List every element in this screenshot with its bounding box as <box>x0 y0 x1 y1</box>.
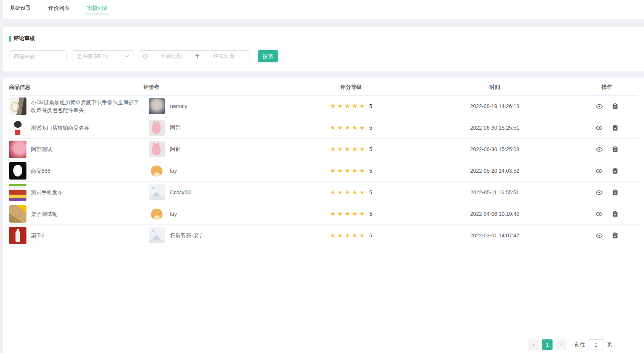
review-time: 2022-06-30 15:25:51 <box>413 125 576 131</box>
rating-value: 5 <box>369 189 372 195</box>
eye-icon <box>596 167 603 175</box>
section-title-text: 评论审核 <box>14 35 35 42</box>
date-end-placeholder[interactable]: 结束日期 <box>203 53 246 60</box>
header-action: 操作 <box>576 84 638 91</box>
next-page-button[interactable]: › <box>556 339 566 350</box>
rating-cell: ★★★★★ 5 <box>289 146 413 152</box>
reviewer-avatar <box>149 163 165 179</box>
audit-review-button[interactable] <box>612 189 618 196</box>
audit-review-button[interactable] <box>612 124 618 131</box>
audit-review-button[interactable] <box>612 146 618 153</box>
rating-stars: ★★★★★ <box>330 168 367 174</box>
tab-review-list[interactable]: 评价列表 <box>48 5 70 14</box>
time-search-select[interactable]: 是否搜索时间 <box>72 50 133 62</box>
reviewer-cell: namely <box>144 98 289 114</box>
table-row: 栗子2 售后客服-栗子 ★★★★★ 5 2022-03-01 14:07:47 <box>9 225 638 246</box>
product-title-input[interactable] <box>9 50 67 62</box>
table-row: 栗子测试呢 lay ★★★★★ 5 2022-04-06 10:10:40 <box>9 203 638 225</box>
reviewer-name: lay <box>170 168 177 174</box>
tab-bar: 基础设置 评价列表 审核列表 <box>9 0 638 14</box>
table-row: 阿部测试 阿部 ★★★★★ 5 2022-06-30 15:25:08 <box>9 139 638 160</box>
time-search-select-placeholder: 是否搜索时间 <box>77 53 108 60</box>
reviewer-cell: 售后客服-栗子 <box>144 228 289 243</box>
goto-page-input[interactable] <box>588 339 604 350</box>
rating-value: 5 <box>369 103 372 109</box>
reviewer-cell: Ccccyl00 <box>144 184 289 200</box>
review-time: 2022-05-11 16:55:51 <box>413 189 576 195</box>
product-image <box>9 205 26 223</box>
reviewer-cell: 阿部 <box>144 120 289 136</box>
title-accent-bar <box>9 36 11 42</box>
table-body: 小CK链条加粗加宽单肩腋下包手提包金属链子改造替换包包配件单买 namely ★… <box>9 96 638 246</box>
table-row: 测试多门店核销商品名称 阿部 ★★★★★ 5 2022-06-30 15:25:… <box>9 117 638 139</box>
pagination: ‹ 1 › 前往 页 <box>528 339 612 350</box>
audit-review-button[interactable] <box>612 232 618 239</box>
view-review-button[interactable] <box>596 103 603 110</box>
header-product-info: 商品信息 <box>9 84 144 91</box>
product-cell: 阿部测试 <box>9 141 144 158</box>
rating-cell: ★★★★★ 5 <box>289 232 413 238</box>
review-time: 2022-04-06 10:10:40 <box>413 211 576 217</box>
product-title: 阿部测试 <box>31 146 52 153</box>
reviewer-avatar <box>149 98 165 114</box>
product-title: 测试手机发布 <box>31 189 63 196</box>
action-cell <box>576 103 638 110</box>
product-image <box>9 98 26 115</box>
rating-cell: ★★★★★ 5 <box>289 189 413 195</box>
view-review-button[interactable] <box>596 146 603 153</box>
view-review-button[interactable] <box>596 211 603 218</box>
view-review-button[interactable] <box>596 124 603 132</box>
eye-icon <box>596 211 603 218</box>
table-row: 测试手机发布 Ccccyl00 ★★★★★ 5 2022-05-11 16:55… <box>9 182 638 203</box>
table-row: 小CK链条加粗加宽单肩腋下包手提包金属链子改造替换包包配件单买 namely ★… <box>9 96 638 117</box>
rating-stars: ★★★★★ <box>330 146 367 152</box>
clipboard-check-icon <box>612 232 618 239</box>
rating-stars: ★★★★★ <box>330 103 367 109</box>
product-image <box>9 184 26 201</box>
rating-cell: ★★★★★ 5 <box>289 125 413 131</box>
action-cell <box>576 167 638 175</box>
audit-review-button[interactable] <box>612 103 618 110</box>
page-number-button[interactable]: 1 <box>542 339 553 350</box>
header-reviewer: 评价者 <box>144 84 289 91</box>
section-title: 评论审核 <box>9 35 638 42</box>
audit-review-button[interactable] <box>612 211 618 217</box>
product-title: 测试多门店核销商品名称 <box>31 124 89 132</box>
audit-review-button[interactable] <box>612 167 618 174</box>
eye-icon <box>596 189 603 196</box>
product-title: 小CK链条加粗加宽单肩腋下包手提包金属链子改造替换包包配件单买 <box>31 99 144 114</box>
product-cell: 小CK链条加粗加宽单肩腋下包手提包金属链子改造替换包包配件单买 <box>9 98 144 115</box>
view-review-button[interactable] <box>596 189 603 196</box>
product-cell: 栗子测试呢 <box>9 205 144 223</box>
action-cell <box>576 211 638 218</box>
rating-stars: ★★★★★ <box>330 211 367 217</box>
search-button[interactable]: 搜索 <box>258 50 278 62</box>
rating-value: 5 <box>369 125 372 131</box>
rating-value: 5 <box>369 232 372 238</box>
page-unit-label: 页 <box>607 341 612 348</box>
date-start-placeholder[interactable]: 开始日期 <box>150 53 193 60</box>
view-review-button[interactable] <box>596 167 603 175</box>
action-cell <box>576 232 638 239</box>
date-range-picker[interactable]: 开始日期 至 结束日期 <box>139 50 249 62</box>
prev-page-button[interactable]: ‹ <box>528 339 539 350</box>
product-title: 栗子2 <box>31 232 45 239</box>
table-header: 商品信息 评价者 评分等级 时间 操作 <box>9 79 638 96</box>
view-review-button[interactable] <box>596 232 603 239</box>
rating-value: 5 <box>369 146 372 152</box>
reviewer-name: 阿部 <box>170 124 181 131</box>
chevron-down-icon <box>125 55 129 58</box>
page: 基础设置 评价列表 审核列表 评论审核 是否搜索时间 开始日期 至 结束日期 搜… <box>0 0 644 353</box>
product-title: 栗子测试呢 <box>31 210 57 218</box>
goto-label: 前往 <box>574 341 585 348</box>
tab-audit-list[interactable]: 审核列表 <box>86 5 109 14</box>
eye-icon <box>596 232 603 239</box>
clipboard-check-icon <box>612 146 618 153</box>
header-time: 时间 <box>413 84 576 91</box>
tab-basic-settings[interactable]: 基础设置 <box>9 5 32 14</box>
reviewer-avatar <box>149 206 165 222</box>
product-image <box>9 162 26 180</box>
product-image <box>9 227 26 244</box>
rating-cell: ★★★★★ 5 <box>289 168 413 174</box>
reviewer-name: lay <box>170 211 177 217</box>
